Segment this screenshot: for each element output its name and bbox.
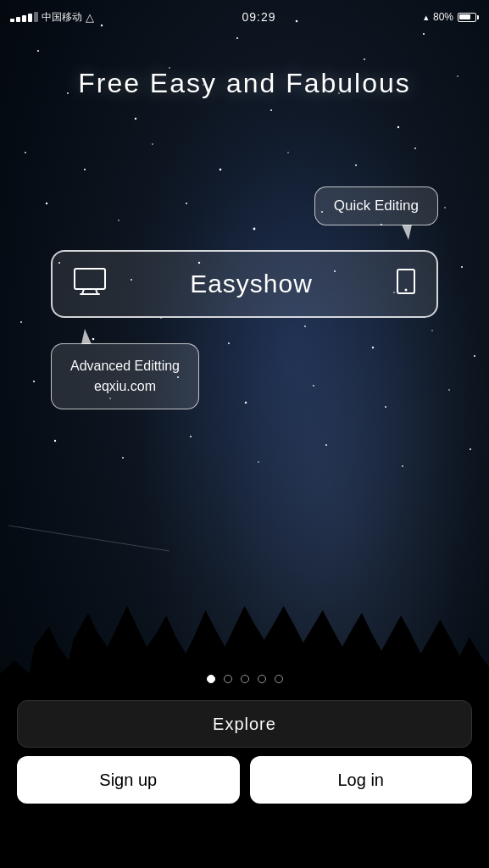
monitor-icon <box>74 268 106 301</box>
signal-bar-4 <box>28 14 32 22</box>
time-display: 09:29 <box>242 10 275 24</box>
page-dot-5[interactable] <box>275 675 283 683</box>
signal-bars <box>10 12 38 22</box>
status-bar: 中国移动 △ 09:29 ▴ 80% <box>0 0 489 34</box>
advanced-line1: Advanced Editting <box>70 356 180 376</box>
app-name-label: Easyshow <box>190 270 313 298</box>
signup-label: Sign up <box>99 771 157 790</box>
auth-buttons: Sign up Log in <box>17 756 472 804</box>
bottom-area: Explore Sign up Log in <box>0 690 489 868</box>
wifi-icon: △ <box>86 11 94 24</box>
battery-fill <box>459 14 470 19</box>
signal-bar-1 <box>10 19 14 22</box>
quick-editing-bubble: Quick Editing <box>314 186 438 225</box>
svg-point-63 <box>404 288 407 291</box>
battery-icon <box>458 13 479 22</box>
page-dot-1[interactable] <box>207 675 215 683</box>
status-left: 中国移动 △ <box>10 10 94 25</box>
login-button[interactable]: Log in <box>250 756 473 804</box>
explore-label: Explore <box>213 715 276 734</box>
battery-tip <box>477 15 479 19</box>
signal-bar-5 <box>34 12 38 22</box>
explore-button[interactable]: Explore <box>17 700 472 748</box>
login-label: Log in <box>338 771 385 790</box>
quick-editing-label: Quick Editing <box>334 198 419 214</box>
page-indicators <box>0 675 489 683</box>
page-title: Free Easy and Fabulous <box>78 68 411 99</box>
page-dot-3[interactable] <box>241 675 249 683</box>
signup-button[interactable]: Sign up <box>17 756 240 804</box>
signal-bar-3 <box>22 15 26 22</box>
location-icon: ▴ <box>424 12 429 23</box>
carrier-label: 中国移动 <box>42 10 82 25</box>
advanced-line2: eqxiu.com <box>70 376 180 397</box>
battery-body <box>458 13 476 22</box>
advanced-editing-bubble: Advanced Editting eqxiu.com <box>51 343 199 409</box>
signal-bar-2 <box>16 17 20 22</box>
svg-rect-58 <box>75 269 105 289</box>
easyshow-button[interactable]: Easyshow <box>51 250 438 318</box>
tablet-icon <box>397 269 415 300</box>
page-dot-2[interactable] <box>224 675 232 683</box>
page-dot-4[interactable] <box>258 675 266 683</box>
status-right: ▴ 80% <box>424 11 479 23</box>
battery-percent: 80% <box>433 11 453 23</box>
